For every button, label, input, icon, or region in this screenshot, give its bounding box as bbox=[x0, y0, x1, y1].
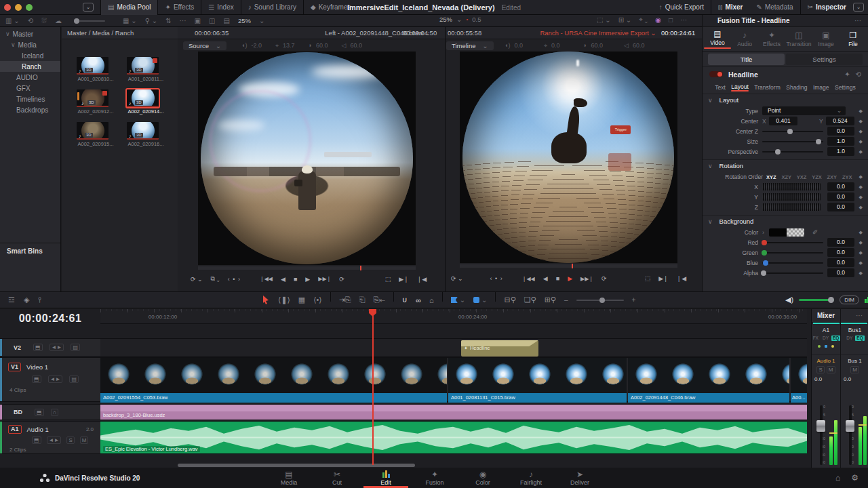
keyframe-icon[interactable]: ◆ bbox=[859, 195, 863, 200]
page-color[interactable]: ◉Color bbox=[462, 470, 503, 486]
fader-value[interactable]: 0.0 bbox=[841, 376, 868, 382]
red-field[interactable]: 0.0 bbox=[827, 238, 854, 247]
timeline-mode-dropdown[interactable]: Timeline⌄ bbox=[446, 41, 494, 50]
track-lock-icon[interactable]: ⬒ bbox=[35, 409, 44, 416]
source-scrub-bar[interactable] bbox=[198, 266, 416, 270]
dynamic-trim-tool-icon[interactable]: ⟨•⟩ bbox=[313, 296, 321, 304]
media-clip[interactable]: ♪ 3D A002_020912... bbox=[77, 89, 115, 115]
backdrop-clip[interactable]: backdrop_3_180-Blue.usdz bbox=[100, 405, 807, 420]
page-cut[interactable]: ✂Cut bbox=[317, 470, 357, 486]
track-header-a1[interactable]: A1 Audio 1 2.0 ⬒ ◄► S M 2 Clips bbox=[0, 421, 100, 454]
keyframes-toggle-button[interactable]: ◆ Keyframes bbox=[304, 0, 358, 15]
keyframe-icon[interactable]: ◆ bbox=[859, 174, 863, 180]
mute-button[interactable]: M bbox=[827, 366, 835, 373]
clip-enable-toggle[interactable] bbox=[709, 71, 723, 77]
video-clip-4[interactable] bbox=[791, 358, 807, 393]
close-window-button[interactable] bbox=[4, 4, 11, 11]
size-slider[interactable] bbox=[762, 141, 823, 142]
roll-param[interactable]: ◁60.0 bbox=[342, 42, 362, 49]
track-enable-icon[interactable]: ▤ bbox=[69, 375, 79, 383]
bin-audio[interactable]: AUDIO bbox=[0, 72, 60, 83]
headphones-icon[interactable]: ∩ bbox=[51, 409, 59, 416]
zoom-detail-icon[interactable]: ❏⚲ bbox=[524, 296, 536, 304]
rotation-order-yxz[interactable]: YXZ bbox=[797, 174, 807, 180]
media-clip-selected[interactable]: ♪ 3D A002_020914... bbox=[127, 89, 165, 115]
goto-out-button[interactable]: ❘◀ bbox=[673, 275, 690, 282]
page-deliver[interactable]: ➤Deliver bbox=[559, 470, 600, 486]
filmstrip-view-icon[interactable]: ▤ bbox=[223, 17, 229, 24]
first-frame-button[interactable]: ❘◀◀ bbox=[519, 276, 538, 282]
metadata-toggle-button[interactable]: ✎ Metadata bbox=[750, 0, 800, 15]
keyframe-icon[interactable]: ◆ bbox=[859, 119, 863, 124]
sectab-text[interactable]: Text bbox=[715, 84, 726, 91]
subtab-settings[interactable]: Settings bbox=[786, 54, 863, 65]
in-out-range-icon[interactable]: ⬚ bbox=[382, 276, 395, 283]
center-z-slider[interactable] bbox=[762, 131, 823, 132]
tab-effects[interactable]: ✦Effects bbox=[758, 30, 785, 47]
rotation-order-xyz[interactable]: XYZ bbox=[766, 174, 776, 180]
video-clip-2-label[interactable]: A001_02081131_C015.braw bbox=[448, 393, 627, 403]
center-y-field[interactable]: 0.524 bbox=[826, 117, 854, 125]
chevron-right-icon[interactable]: › bbox=[762, 229, 764, 236]
keyframe-wand-icon[interactable]: ✦ bbox=[844, 70, 850, 78]
timeline-timecode[interactable]: 00:00:24:61 bbox=[0, 310, 100, 327]
track-enable-icon[interactable]: ▤ bbox=[71, 344, 80, 351]
mute-button[interactable]: M bbox=[80, 436, 89, 444]
clip-handles-icon[interactable]: ⧉ ⌄ bbox=[208, 275, 223, 283]
rotation-y-field[interactable]: 0.0 bbox=[827, 192, 854, 201]
auto-select-icon[interactable]: ◄► bbox=[50, 344, 64, 351]
jog-control[interactable]: ‹ • › bbox=[224, 276, 244, 283]
perspective-field[interactable]: 1.0 bbox=[827, 147, 854, 156]
media-pool-toggle-button[interactable]: ▤ Media Pool bbox=[101, 0, 157, 15]
stop-button[interactable]: ■ bbox=[290, 276, 300, 283]
pan-param[interactable]: ◖)-2.0 bbox=[241, 42, 262, 49]
dynamics-chip[interactable]: DY bbox=[821, 336, 830, 341]
thumbnail-size-slider[interactable] bbox=[74, 20, 105, 22]
viewer-zoom-level[interactable]: 25% bbox=[439, 16, 452, 23]
rotation-x-dial[interactable] bbox=[762, 183, 821, 190]
rotation-section-header[interactable]: ∨ Rotation bbox=[703, 159, 868, 171]
fader-track[interactable] bbox=[820, 405, 823, 465]
loop-mode-icon[interactable]: ⟳ ⌄ bbox=[448, 275, 467, 282]
rotation-order-zyx[interactable]: ZYX bbox=[842, 174, 852, 180]
still-view-icon[interactable]: ▣ bbox=[195, 17, 201, 24]
green-field[interactable]: 0.0 bbox=[827, 248, 854, 257]
page-fusion[interactable]: ✦Fusion bbox=[414, 470, 455, 486]
title-clip-headline[interactable]: ✦ Headline bbox=[461, 340, 538, 357]
tab-audio[interactable]: ♪Audio bbox=[731, 30, 758, 47]
source-viewer-canvas[interactable] bbox=[198, 52, 416, 265]
auto-select-icon[interactable]: ◄► bbox=[48, 375, 63, 383]
keyframe-icon[interactable]: ◆ bbox=[859, 270, 863, 276]
index-toggle-button[interactable]: ☰ Index bbox=[201, 0, 240, 15]
media-zoom-level[interactable]: 25% bbox=[238, 17, 251, 24]
fader-value[interactable]: 0.0 bbox=[812, 376, 840, 382]
subtab-title[interactable]: Title bbox=[708, 54, 785, 65]
video-clip-1[interactable] bbox=[100, 358, 447, 393]
clip-color-icon[interactable]: ⛆ bbox=[41, 17, 47, 25]
color-wheel-icon[interactable]: ◉ bbox=[655, 16, 661, 24]
reset-icon[interactable]: ⟲ bbox=[856, 70, 861, 78]
chevron-down-icon[interactable]: ⌄ bbox=[259, 17, 264, 24]
tab-video[interactable]: ▤Video bbox=[704, 29, 731, 49]
grid-view-icon[interactable]: ▦ ⌄ bbox=[123, 17, 137, 24]
media-clip[interactable]: ♪ 3D A001_020810... bbox=[77, 57, 115, 82]
play-button[interactable]: ▶ bbox=[302, 276, 313, 283]
video-clip-4-label[interactable]: A00... bbox=[791, 393, 807, 403]
multicam-icon[interactable]: ⊞ ⌄ bbox=[618, 16, 632, 24]
chevron-down-icon[interactable]: ⌄ bbox=[456, 16, 462, 23]
blue-field[interactable]: 0.0 bbox=[827, 258, 854, 267]
loop-playback-button[interactable]: ⟳ bbox=[598, 275, 610, 282]
sectab-image[interactable]: Image bbox=[813, 84, 829, 91]
custom-zoom-icon[interactable]: ⊞⚲ bbox=[545, 296, 556, 304]
stop-button[interactable]: ■ bbox=[553, 275, 563, 282]
step-back-button[interactable]: ◀ bbox=[277, 276, 289, 283]
fader-track[interactable] bbox=[849, 405, 852, 465]
snapping-magnet-icon[interactable]: ∪ bbox=[402, 296, 408, 304]
gear-icon[interactable]: ⚙ bbox=[851, 473, 859, 483]
flags-view-icon[interactable]: ◈ bbox=[24, 296, 29, 304]
video-clip-2[interactable] bbox=[448, 358, 627, 393]
tab-transition[interactable]: ◫Transition bbox=[785, 30, 812, 47]
step-back-button[interactable]: ◀ bbox=[540, 275, 551, 282]
loop-playback-button[interactable]: ⟳ bbox=[336, 276, 348, 283]
rotation-z-field[interactable]: 0.0 bbox=[827, 203, 854, 211]
